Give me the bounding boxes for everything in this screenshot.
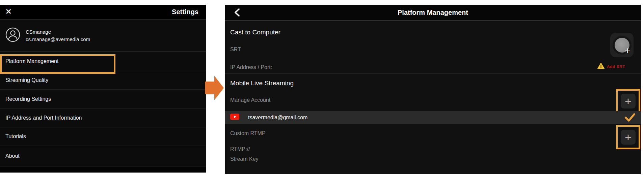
menu-item-platform-management[interactable]: Platform Management bbox=[0, 52, 206, 71]
flow-arrow-icon bbox=[204, 76, 224, 101]
youtube-account-row[interactable]: tsavermedia@gmail.com bbox=[225, 111, 641, 124]
settings-header: ✕ Settings bbox=[0, 5, 206, 20]
person-circle-icon bbox=[5, 27, 20, 43]
menu-item-streaming-quality[interactable]: Streaming Quality bbox=[0, 71, 206, 90]
close-icon[interactable]: ✕ bbox=[5, 8, 11, 16]
account-name: CSmanage bbox=[26, 29, 90, 35]
plus-icon: + bbox=[625, 132, 632, 143]
srt-label: SRT bbox=[230, 47, 241, 53]
add-srt-warning[interactable]: Add SRT bbox=[597, 63, 625, 70]
account-row[interactable]: CSmanage cs.manage@avermedia.com bbox=[0, 20, 206, 52]
account-email: cs.manage@avermedia.com bbox=[26, 36, 90, 42]
menu-item-tutorials[interactable]: Tutorials bbox=[0, 127, 206, 146]
panel-bottom-strip bbox=[0, 166, 206, 173]
section-divider bbox=[225, 73, 641, 74]
screenshot-canvas: ✕ Settings CSmanage cs.manage@avermedia.… bbox=[0, 0, 644, 184]
highlight-box-add-rtmp: + bbox=[616, 125, 640, 149]
ip-address-port-label: IP Address / Port: bbox=[230, 64, 272, 70]
stream-key-label: Stream Key bbox=[230, 156, 259, 162]
plus-icon: + bbox=[624, 46, 630, 56]
menu-item-about[interactable]: About bbox=[0, 146, 206, 166]
add-account-button[interactable]: + bbox=[621, 94, 636, 109]
menu-item-label: Streaming Quality bbox=[5, 77, 48, 83]
manage-account-label: Manage Account bbox=[230, 97, 270, 103]
cast-device-add-icon[interactable]: + bbox=[610, 33, 634, 57]
checkmark-icon bbox=[624, 113, 635, 123]
mobile-live-streaming-label: Mobile Live Streaming bbox=[230, 80, 294, 87]
menu-item-label: Platform Management bbox=[5, 58, 58, 64]
highlight-box-add-account: + bbox=[616, 89, 640, 113]
menu-item-recording-settings[interactable]: Recording Settings bbox=[0, 90, 206, 109]
cast-to-computer-label: Cast to Computer bbox=[230, 29, 280, 36]
youtube-account-email: tsavermedia@gmail.com bbox=[248, 115, 307, 121]
menu-item-ip-address-port[interactable]: IP Address and Port Information bbox=[0, 109, 206, 127]
settings-title: Settings bbox=[172, 8, 198, 16]
back-chevron-icon[interactable] bbox=[232, 8, 242, 17]
rtmp-url-label: RTMP:// bbox=[230, 146, 250, 152]
menu-item-label: Tutorials bbox=[5, 133, 26, 140]
add-srt-label: Add SRT bbox=[607, 64, 625, 69]
platform-management-header: Platform Management bbox=[225, 5, 641, 21]
custom-rtmp-label: Custom RTMP bbox=[230, 130, 266, 136]
plus-icon: + bbox=[625, 96, 632, 106]
youtube-icon bbox=[230, 114, 239, 121]
settings-panel: ✕ Settings CSmanage cs.manage@avermedia.… bbox=[0, 5, 206, 173]
platform-management-panel: Platform Management Cast to Computer SRT… bbox=[225, 5, 641, 174]
warning-icon bbox=[597, 63, 605, 70]
menu-item-label: Recording Settings bbox=[5, 96, 51, 102]
page-title: Platform Management bbox=[398, 9, 468, 17]
menu-item-label: IP Address and Port Information bbox=[5, 115, 82, 121]
add-rtmp-button[interactable]: + bbox=[621, 130, 636, 145]
menu-item-label: About bbox=[5, 153, 20, 159]
